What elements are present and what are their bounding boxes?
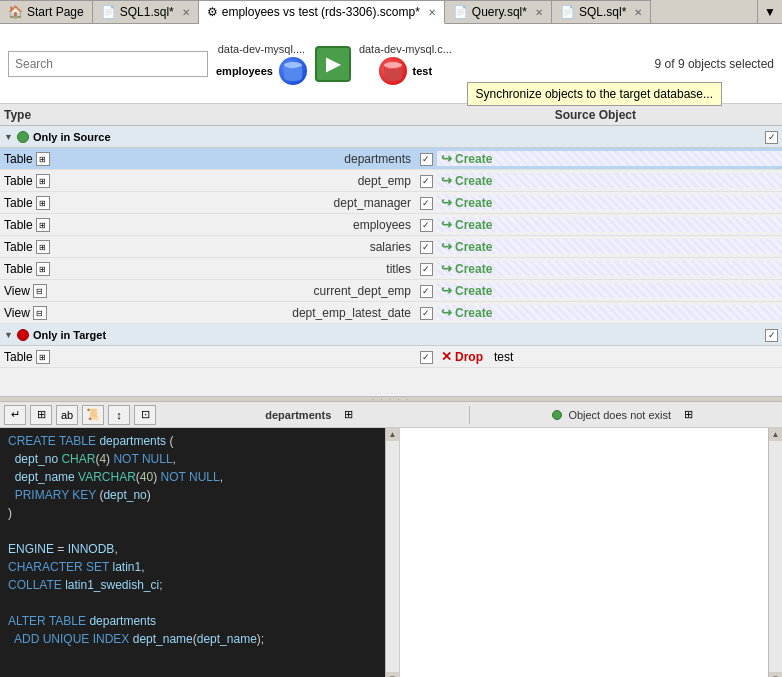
- cell-check-departments[interactable]: [415, 151, 437, 166]
- left-code-pane: CREATE TABLE departments ( dept_no CHAR(…: [0, 428, 400, 677]
- section-target-title: Only in Target: [33, 329, 106, 341]
- cell-source-dept-emp-latest: dept_emp_latest_date: [70, 306, 415, 320]
- toolbar-sort-button[interactable]: ↕: [108, 405, 130, 425]
- checkbox-test[interactable]: [420, 351, 433, 364]
- type-label-departments: Table: [4, 152, 33, 166]
- table-row[interactable]: Table ⊞ ✕ Drop test: [0, 346, 782, 368]
- search-input[interactable]: [8, 51, 208, 77]
- checkbox-departments[interactable]: [420, 153, 433, 166]
- tab-scomp-close[interactable]: ✕: [428, 7, 436, 18]
- table-row[interactable]: View ⊟ current_dept_emp ↪ Create: [0, 280, 782, 302]
- tab-scomp-label: employees vs test (rds-3306).scomp*: [222, 5, 420, 19]
- cell-check-dept-manager[interactable]: [415, 195, 437, 210]
- create-arrow-icon-employees: ↪: [441, 217, 452, 232]
- tab-sql1-label: SQL1.sql*: [120, 5, 174, 19]
- cell-type-departments: Table ⊞: [0, 152, 70, 166]
- svg-point-1: [284, 62, 302, 68]
- scroll-track-right[interactable]: [769, 441, 782, 672]
- checkbox-dept-emp[interactable]: [420, 175, 433, 188]
- bottom-right-title: Object does not exist: [568, 409, 671, 421]
- tab-bar: 🏠 Start Page 📄 SQL1.sql* ✕ ⚙ employees v…: [0, 0, 782, 24]
- bottom-content: CREATE TABLE departments ( dept_no CHAR(…: [0, 428, 782, 677]
- tab-sqlmain-close[interactable]: ✕: [634, 7, 642, 18]
- target-db-box: data-dev-mysql.c... test: [359, 43, 452, 85]
- scroll-up-arrow[interactable]: ▲: [386, 428, 399, 441]
- toolbar-expand-button[interactable]: ⊡: [134, 405, 156, 425]
- cell-check-dept-emp[interactable]: [415, 173, 437, 188]
- section-only-in-source[interactable]: ▼ Only in Source: [0, 126, 782, 148]
- column-headers: Type Source Object: [0, 104, 782, 126]
- tab-sql1-close[interactable]: ✕: [182, 7, 190, 18]
- checkbox-current-dept-emp[interactable]: [420, 285, 433, 298]
- cell-check-employees[interactable]: [415, 217, 437, 232]
- cell-check-dept-emp-latest[interactable]: [415, 305, 437, 320]
- bottom-right-grid-icon[interactable]: ⊞: [677, 405, 699, 425]
- cell-source-salaries: salaries: [70, 240, 415, 254]
- cell-source-employees: employees: [70, 218, 415, 232]
- section-source-check[interactable]: [765, 129, 778, 144]
- action-label-salaries: Create: [455, 240, 492, 254]
- right-pane-scrollbar-v[interactable]: ▲ ▼: [768, 428, 782, 677]
- table-row[interactable]: Table ⊞ dept_emp ↪ Create: [0, 170, 782, 192]
- table-row[interactable]: Table ⊞ salaries ↪ Create: [0, 236, 782, 258]
- table-row[interactable]: Table ⊞ employees ↪ Create: [0, 214, 782, 236]
- toolbar-ab-button[interactable]: ab: [56, 405, 78, 425]
- checkbox-dept-emp-latest[interactable]: [420, 307, 433, 320]
- checkbox-dept-manager[interactable]: [420, 197, 433, 210]
- cell-check-current-dept-emp[interactable]: [415, 283, 437, 298]
- action-label-employees: Create: [455, 218, 492, 232]
- sync-arrow-button[interactable]: ▶: [315, 46, 351, 82]
- tab-sqlmain[interactable]: 📄 SQL.sql* ✕: [552, 0, 651, 23]
- scroll-track-left[interactable]: [386, 441, 399, 672]
- section-target-check[interactable]: [765, 327, 778, 342]
- section-source-dot: [17, 131, 29, 143]
- checkbox-titles[interactable]: [420, 263, 433, 276]
- table-row[interactable]: Table ⊞ titles ↪ Create: [0, 258, 782, 280]
- tab-scomp[interactable]: ⚙ employees vs test (rds-3306).scomp* ✕: [199, 0, 445, 24]
- drop-target-name-test: test: [494, 350, 513, 364]
- table-icon-test: ⊞: [36, 350, 50, 364]
- cell-action-titles: ↪ Create: [437, 261, 782, 276]
- cell-check-test[interactable]: [415, 349, 437, 364]
- cell-type-current-dept-emp: View ⊟: [0, 284, 70, 298]
- tab-dropdown-button[interactable]: ▼: [757, 0, 782, 23]
- tab-query-close[interactable]: ✕: [535, 7, 543, 18]
- scroll-down-arrow[interactable]: ▼: [386, 672, 399, 677]
- section-target-checkbox[interactable]: [765, 329, 778, 342]
- table-icon-titles: ⊞: [36, 262, 50, 276]
- action-label-titles: Create: [455, 262, 492, 276]
- table-row[interactable]: Table ⊞ departments ↪ Create: [0, 148, 782, 170]
- scroll-down-arrow-right[interactable]: ▼: [769, 672, 782, 677]
- toolbar-script-button[interactable]: 📜: [82, 405, 104, 425]
- query-icon: 📄: [453, 5, 468, 19]
- action-label-dept-emp: Create: [455, 174, 492, 188]
- col-header-source: Source Object: [70, 108, 640, 122]
- tab-query[interactable]: 📄 Query.sql* ✕: [445, 0, 552, 23]
- checkbox-salaries[interactable]: [420, 241, 433, 254]
- cell-type-dept-emp-latest: View ⊟: [0, 306, 70, 320]
- right-pane-content: [400, 428, 768, 677]
- toolbar-wrap-button[interactable]: ↵: [4, 405, 26, 425]
- tab-sql1[interactable]: 📄 SQL1.sql* ✕: [93, 0, 199, 23]
- cell-action-test: ✕ Drop test: [437, 349, 782, 364]
- create-arrow-icon-dept-emp: ↪: [441, 173, 452, 188]
- table-row[interactable]: View ⊟ dept_emp_latest_date ↪ Create: [0, 302, 782, 324]
- toolbar-grid-button[interactable]: ⊞: [30, 405, 52, 425]
- target-db-label: test: [413, 65, 433, 77]
- table-row[interactable]: Table ⊞ dept_manager ↪ Create: [0, 192, 782, 214]
- section-only-in-target[interactable]: ▼ Only in Target: [0, 324, 782, 346]
- source-db-name: data-dev-mysql....: [218, 43, 305, 55]
- cell-check-titles[interactable]: [415, 261, 437, 276]
- section-source-checkbox[interactable]: [765, 131, 778, 144]
- left-pane-scrollbar-v[interactable]: ▲ ▼: [385, 428, 399, 677]
- tab-start[interactable]: 🏠 Start Page: [0, 0, 93, 23]
- bottom-left-grid-icon[interactable]: ⊞: [337, 405, 359, 425]
- action-label-departments: Create: [455, 152, 492, 166]
- scroll-up-arrow-right[interactable]: ▲: [769, 428, 782, 441]
- source-db-box: data-dev-mysql.... employees: [216, 43, 307, 85]
- create-arrow-icon-dept-emp-latest: ↪: [441, 305, 452, 320]
- checkbox-employees[interactable]: [420, 219, 433, 232]
- cell-source-dept-emp: dept_emp: [70, 174, 415, 188]
- cell-source-departments: departments: [70, 152, 415, 166]
- cell-check-salaries[interactable]: [415, 239, 437, 254]
